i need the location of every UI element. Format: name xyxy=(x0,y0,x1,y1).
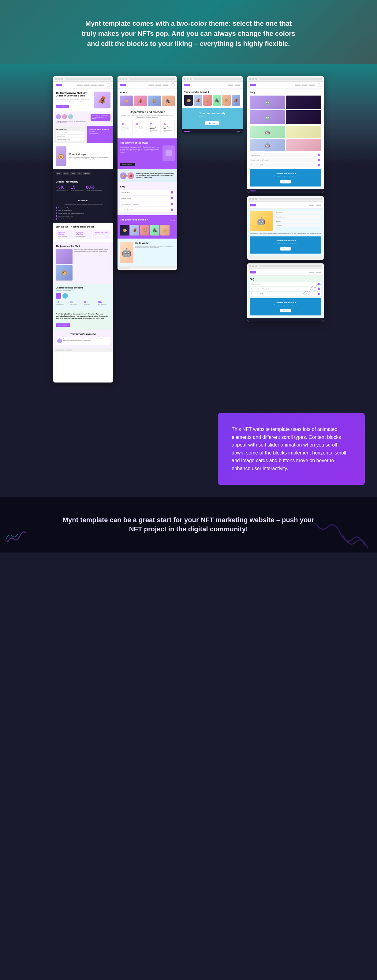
right-frame-2: 🤖 Recent Posts Recent Comments Archives … xyxy=(247,196,324,260)
right1-community-text: We'll be glad to have you with us, see y… xyxy=(252,175,319,177)
mid1-dot-3 xyxy=(125,78,127,80)
adorable-imgs: 🐵 🦧 xyxy=(120,172,134,179)
right3-dot-1 xyxy=(249,265,251,267)
mid1-nav-links xyxy=(149,84,168,86)
behold-title: Behold: Their Majesty xyxy=(56,181,111,183)
artist-avatar-2 xyxy=(62,114,67,119)
right1-dot-3 xyxy=(255,78,257,80)
sidebar-archives: Archives xyxy=(274,220,321,223)
perks-title: Perks of Pro xyxy=(56,128,84,130)
community-title: Join our community xyxy=(184,112,240,115)
right3-footer xyxy=(247,318,324,321)
shape-1 xyxy=(56,293,61,299)
community-btn[interactable]: Join now xyxy=(205,121,219,125)
feat-title-3: Absolutely fantastic xyxy=(150,126,160,129)
stat-2-label: Extraordinary designers xyxy=(71,189,84,191)
artsy-behind-3: 🐒 xyxy=(203,95,212,106)
right1-dot-1 xyxy=(249,78,251,80)
testimonial: Lorem ipsum dolor sit amet consectetur a… xyxy=(56,337,111,345)
mid2-nav-logo xyxy=(184,84,190,86)
feat-num-2: 02 xyxy=(136,123,145,126)
roadmap-item-3: Getting into your eyes and ears with the… xyxy=(56,213,111,214)
sidebar-recent-posts: Recent Posts xyxy=(274,211,321,215)
right2-dot-2 xyxy=(252,198,254,200)
journey-mid-btn[interactable]: Explore collection xyxy=(120,163,134,166)
mid1-dot-1 xyxy=(119,78,121,80)
footer-section: Mynt template can be a great start for y… xyxy=(0,497,377,553)
journey-img-1 xyxy=(56,249,73,264)
right2-comm-text: We'll be glad to have you with us, see y… xyxy=(252,243,319,244)
artist-text: The artists that created these NFTs have… xyxy=(56,120,89,123)
adorable-btn[interactable]: Explore collection xyxy=(56,323,70,327)
perks-right-title: Prime answer to drops xyxy=(89,128,111,130)
top-section: Mynt template comes with a two-color the… xyxy=(0,0,377,64)
roadmap-text-4: Atmosphere getting at rise xyxy=(59,215,73,217)
faq-right-item-3[interactable]: Can I resell my NFT? xyxy=(250,163,321,167)
stat-3: 80% Highest sale at marketplaces xyxy=(86,185,101,191)
artsy-behind-4: 🦍 xyxy=(213,95,221,106)
info-box-purple: This NFT website template uses lots of a… xyxy=(218,413,365,485)
right1-link-1 xyxy=(295,84,301,86)
unparalleled-sub1: Super artsy Friendly artsy xyxy=(56,290,111,291)
hero-cta-btn[interactable]: Explore collection xyxy=(56,105,69,108)
faq-right-item-2[interactable]: How do I make my NFT unique? xyxy=(250,158,321,162)
right1-nav-logo xyxy=(250,84,256,86)
artist-avatar-3 xyxy=(68,114,73,119)
artsy-view-all[interactable]: View All xyxy=(170,220,175,221)
right1-community-btn[interactable]: Join now xyxy=(280,180,290,183)
right1-link-2 xyxy=(302,84,307,86)
mid1-nav-link-3 xyxy=(163,84,168,86)
nav-logo xyxy=(56,84,62,86)
artsy-mid-title: The artsy folks behind it xyxy=(120,218,148,221)
feat-title-2: Friendly size xyxy=(136,126,145,128)
journey-content: 🐵 Lorem ipsum dolor sit amet consectetur… xyxy=(56,249,111,280)
right3-comm-btn[interactable]: Join now xyxy=(280,309,290,312)
hero-text: The New Vaporwave Mynt NFT Collection Sh… xyxy=(56,92,92,108)
faq-right-item-1[interactable]: What are NFTs? xyxy=(250,153,321,157)
faq-grid-img-2 xyxy=(286,95,321,109)
right3-link-2 xyxy=(316,272,321,273)
stats-section: mynt 0.07 Ξ 5000 ⚙ LAYER0 xyxy=(53,169,113,178)
right3-faq-q-3: Can I resell my NFT? xyxy=(251,293,263,294)
faq-item-3[interactable]: Can I resell my NFT to a unique? xyxy=(120,202,175,207)
bubble-note: This is simply the most awesome NFT pack… xyxy=(90,114,111,121)
cult-card-3: Acid wave collection Join our community xyxy=(93,230,111,239)
where-desc: Lorem ipsum dolor sit amet, consectetur … xyxy=(69,156,111,160)
faq-grid2-3: 🤖 xyxy=(250,139,285,151)
feature-nums: 01 Impractical Strum 02 Other Themes 03 … xyxy=(56,301,111,305)
right3-nav xyxy=(247,269,324,275)
num-label-1: Impractical Strum xyxy=(56,304,68,305)
roadmap-text-1: Every strong stuff going on xyxy=(59,207,73,208)
about-section: About 🐵 🦧 🐒 🦍 Unparalleled and awesome T… xyxy=(117,89,177,138)
faq-icon-2 xyxy=(171,197,173,199)
right2-comm-btn[interactable]: Join now xyxy=(280,247,290,250)
faq-item-4[interactable]: Can I resell my NFT? xyxy=(120,207,175,212)
faq-icon-1 xyxy=(171,191,173,194)
right1-footer-logo xyxy=(250,191,256,191)
perk-item-1: Prime access to drops xyxy=(56,131,84,134)
hello-img: 🤖 xyxy=(120,242,133,263)
stat-1-num: +3K xyxy=(56,185,68,189)
where-section: 🐵 Where it all began Lorem ipsum dolor s… xyxy=(53,143,113,169)
journey-mid-text: Lorem ipsum dolor sit amet consectetur a… xyxy=(120,145,160,159)
mid2-footer-nav xyxy=(182,129,243,133)
theysay-section: They say we're awesome Lorem ipsum dolor… xyxy=(53,330,113,348)
perks-items: Prime access to drops Custom mints The m… xyxy=(56,131,84,141)
artsy-avatar-1: 🐵 xyxy=(120,225,129,235)
faq-item-2[interactable]: How do I sign up? xyxy=(120,196,175,200)
stat-1: +3K Top-notch pieces of art xyxy=(56,185,68,191)
shape-2 xyxy=(62,293,68,299)
feat-num-3: 03 xyxy=(150,123,160,126)
where-text: Where it all began Lorem ipsum dolor sit… xyxy=(69,153,111,160)
right-frame-3: FAQ What are NFTs? xyxy=(247,263,324,321)
faq-item-1[interactable]: What are NFTs? xyxy=(120,190,175,195)
faq-right-items: What are NFTs? How do I make my NFT uniq… xyxy=(250,153,321,167)
footer-bar-1 xyxy=(56,350,65,351)
right3-dot-3 xyxy=(255,265,257,267)
perks-container: Perks of Pro Prime access to drops Custo… xyxy=(53,126,113,143)
feat-num-1: 01 xyxy=(122,123,131,126)
cult-card-2: Cyberpunk collection Join our community xyxy=(74,230,92,239)
browser-chrome xyxy=(53,76,113,82)
faq-mid-title: FAQ xyxy=(120,185,175,188)
nav-search-icon xyxy=(107,83,111,87)
